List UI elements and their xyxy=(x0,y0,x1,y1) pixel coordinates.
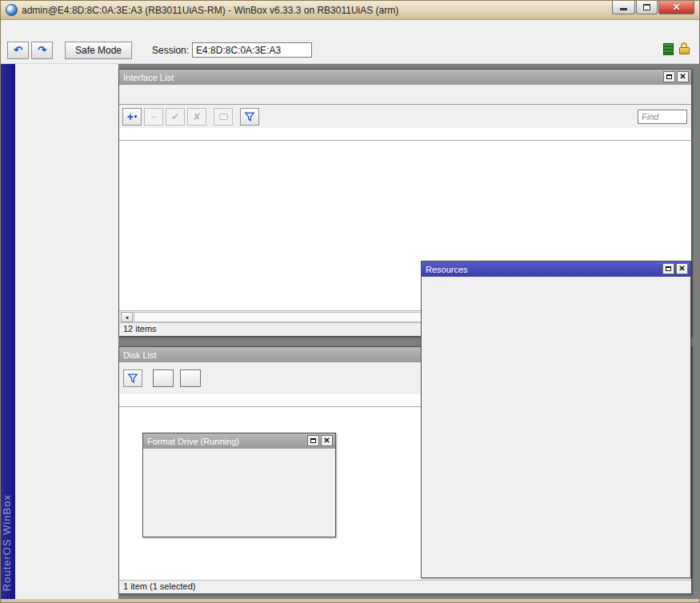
format-drive-dialog: Format Drive (Running) ✕ xyxy=(142,433,336,537)
filter-button[interactable] xyxy=(240,108,259,126)
interface-table-header xyxy=(119,128,691,141)
interface-list-close-icon[interactable]: ✕ xyxy=(677,71,689,82)
interface-list-titlebar[interactable]: Interface List ✕ xyxy=(119,70,691,85)
add-button[interactable]: +▾ xyxy=(122,108,142,126)
brand-text: RouterOS WinBox xyxy=(1,494,15,591)
find-input[interactable] xyxy=(638,110,687,124)
scroll-left-icon[interactable]: ◂ xyxy=(121,312,133,322)
resources-dialog: Resources ✕ xyxy=(421,261,691,578)
winbox-app-icon xyxy=(6,4,18,16)
interface-list-title: Interface List xyxy=(123,73,174,82)
format-drive-title: Format Drive (Running) xyxy=(147,437,239,446)
winbox-main-window: admin@E4:8D:8C:0A:3E:A3 (RB3011UiAS-RM) … xyxy=(0,0,700,603)
close-button[interactable]: ✕ xyxy=(658,1,694,14)
sidebar xyxy=(15,64,118,599)
eject-drive-button[interactable] xyxy=(153,369,174,387)
menu-bar xyxy=(1,20,699,37)
resources-body xyxy=(422,277,690,577)
session-label: Session: xyxy=(152,45,189,56)
resources-close-icon[interactable]: ✕ xyxy=(676,263,688,274)
maximize-button[interactable] xyxy=(636,1,658,14)
interface-list-toolbar: +▾ − ✔ ✘ xyxy=(119,105,691,128)
format-drive-body xyxy=(143,449,335,537)
disk-list-status: 1 item (1 selected) xyxy=(119,580,691,593)
format-drive-maximize-icon[interactable] xyxy=(307,435,319,446)
session-input[interactable] xyxy=(192,42,312,58)
minimize-button[interactable] xyxy=(612,1,635,14)
resources-titlebar[interactable]: Resources ✕ xyxy=(422,262,690,277)
window-titlebar[interactable]: admin@E4:8D:8C:0A:3E:A3 (RB3011UiAS-RM) … xyxy=(1,1,699,20)
remove-button[interactable]: − xyxy=(144,108,163,126)
format-drive-close-icon[interactable]: ✕ xyxy=(321,435,333,446)
window-title: admin@E4:8D:8C:0A:3E:A3 (RB3011UiAS-RM) … xyxy=(22,5,398,16)
interface-list-tabs xyxy=(119,85,691,105)
disk-filter-button[interactable] xyxy=(123,369,142,387)
disable-button[interactable]: ✘ xyxy=(187,108,206,126)
connection-status-icon xyxy=(663,43,674,55)
secure-lock-icon xyxy=(678,42,691,55)
comment-button[interactable] xyxy=(214,108,233,126)
safe-mode-button[interactable]: Safe Mode xyxy=(65,42,132,59)
disk-list-title: Disk List xyxy=(123,350,157,360)
interface-list-maximize-icon[interactable] xyxy=(663,71,675,82)
brand-strip: RouterOS WinBox xyxy=(1,64,15,599)
main-toolbar: ↶ ↷ Safe Mode Session: xyxy=(1,37,699,64)
format-drive-button[interactable] xyxy=(180,369,201,387)
undo-button[interactable]: ↶ xyxy=(7,42,29,59)
enable-button[interactable]: ✔ xyxy=(166,108,185,126)
redo-button[interactable]: ↷ xyxy=(31,42,53,59)
mdi-workspace: Interface List ✕ +▾ − ✔ ✘ xyxy=(118,64,699,599)
resources-title: Resources xyxy=(426,265,468,274)
format-drive-titlebar[interactable]: Format Drive (Running) ✕ xyxy=(143,433,335,449)
resources-maximize-icon[interactable] xyxy=(662,263,674,274)
funnel-icon xyxy=(127,373,138,384)
funnel-icon xyxy=(244,111,255,122)
